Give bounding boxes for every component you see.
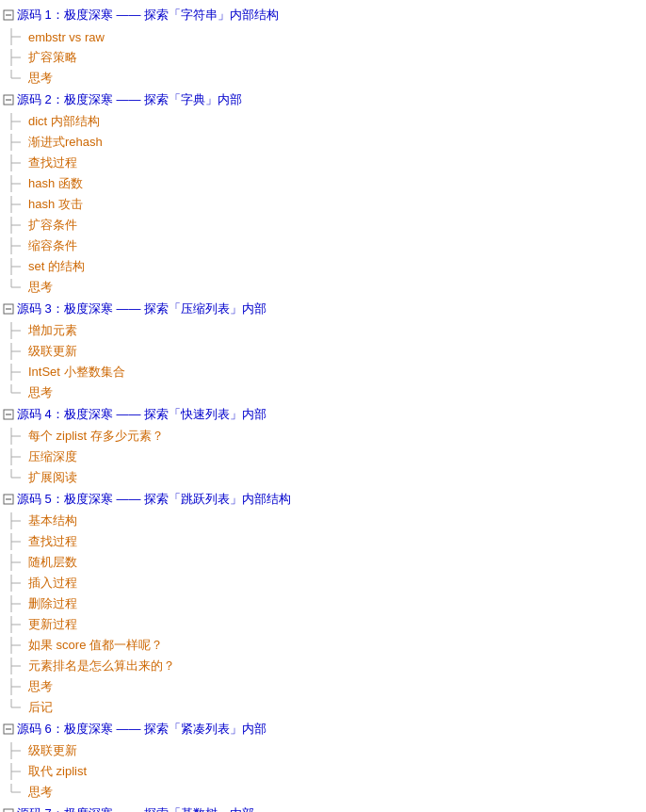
list-item[interactable]: 取代 ziplist xyxy=(0,761,646,782)
tree-indent xyxy=(2,699,26,716)
section-header-7[interactable]: 源码 7：极度深寒 —— 探索「基数树」内部 xyxy=(0,803,646,812)
section-5: 源码 5：极度深寒 —— 探索「跳跃列表」内部结构 基本结构 查找过程 随机层数… xyxy=(0,488,646,718)
tree-item-label: 扩容策略 xyxy=(28,49,77,66)
list-item[interactable]: dict 内部结构 xyxy=(0,111,646,132)
list-item[interactable]: 缩容条件 xyxy=(0,235,646,256)
section-children-1: embstr vs raw 扩容策略 思考 xyxy=(0,26,646,89)
section-title-5: 源码 5：极度深寒 —— 探索「跳跃列表」内部结构 xyxy=(17,491,291,508)
tree-indent xyxy=(2,258,26,275)
list-item[interactable]: 删除过程 xyxy=(0,593,646,614)
tree-item-label: set 的结构 xyxy=(28,258,85,275)
tree-item-label: 级联更新 xyxy=(28,742,77,759)
list-item[interactable]: IntSet 小整数集合 xyxy=(0,362,646,382)
section-children-4: 每个 ziplist 存多少元素？ 压缩深度 扩展阅读 xyxy=(0,426,646,488)
tree-indent xyxy=(2,279,26,296)
section-title-3: 源码 3：极度深寒 —— 探索「压缩列表」内部 xyxy=(17,300,266,317)
tree-item-label: 缩容条件 xyxy=(28,237,77,254)
section-header-2[interactable]: 源码 2：极度深寒 —— 探索「字典」内部 xyxy=(0,89,646,111)
section-2: 源码 2：极度深寒 —— 探索「字典」内部 dict 内部结构 渐进式rehas… xyxy=(0,89,646,298)
list-item[interactable]: 思考 xyxy=(0,782,646,803)
list-item[interactable]: 思考 xyxy=(0,68,646,89)
tree-item-label: 基本结构 xyxy=(28,512,77,529)
list-item[interactable]: 如果 score 值都一样呢？ xyxy=(0,635,646,656)
section-1: 源码 1：极度深寒 —— 探索「字符串」内部结构 embstr vs raw 扩… xyxy=(0,4,646,89)
list-item[interactable]: set 的结构 xyxy=(0,256,646,277)
section-header-5[interactable]: 源码 5：极度深寒 —— 探索「跳跃列表」内部结构 xyxy=(0,488,646,511)
tree-item-label: 插入过程 xyxy=(28,575,77,592)
tree-indent xyxy=(2,428,26,445)
collapse-icon[interactable] xyxy=(2,302,15,316)
tree-item-label: 更新过程 xyxy=(28,616,77,633)
tree-indent xyxy=(2,134,26,151)
section-3: 源码 3：极度深寒 —— 探索「压缩列表」内部 增加元素 级联更新 IntSet… xyxy=(0,298,646,403)
list-item[interactable]: 渐进式rehash xyxy=(0,132,646,153)
list-item[interactable]: 级联更新 xyxy=(0,740,646,761)
list-item[interactable]: 每个 ziplist 存多少元素？ xyxy=(0,426,646,447)
section-6: 源码 6：极度深寒 —— 探索「紧凑列表」内部 级联更新 取代 ziplist … xyxy=(0,718,646,803)
list-item[interactable]: 随机层数 xyxy=(0,552,646,573)
list-item[interactable]: 查找过程 xyxy=(0,153,646,173)
tree-item-label: 取代 ziplist xyxy=(28,763,87,780)
list-item[interactable]: 更新过程 xyxy=(0,614,646,635)
list-item[interactable]: 级联更新 xyxy=(0,341,646,362)
collapse-icon[interactable] xyxy=(2,807,15,812)
list-item[interactable]: 压缩深度 xyxy=(0,447,646,467)
tree-item-label: 思考 xyxy=(28,384,53,401)
tree-item-label: IntSet 小整数集合 xyxy=(28,364,125,381)
list-item[interactable]: 扩容条件 xyxy=(0,215,646,235)
tree-indent xyxy=(2,448,26,465)
section-header-1[interactable]: 源码 1：极度深寒 —— 探索「字符串」内部结构 xyxy=(0,4,646,26)
list-item[interactable]: 思考 xyxy=(0,277,646,298)
list-item[interactable]: 元素排名是怎么算出来的？ xyxy=(0,656,646,676)
tree-indent xyxy=(2,469,26,486)
list-item[interactable]: embstr vs raw xyxy=(0,26,646,47)
list-item[interactable]: 基本结构 xyxy=(0,511,646,531)
section-header-6[interactable]: 源码 6：极度深寒 —— 探索「紧凑列表」内部 xyxy=(0,718,646,740)
list-item[interactable]: 思考 xyxy=(0,676,646,697)
list-item[interactable]: hash 函数 xyxy=(0,173,646,194)
collapse-icon[interactable] xyxy=(2,408,15,421)
tree-indent xyxy=(2,763,26,780)
list-item[interactable]: 查找过程 xyxy=(0,531,646,552)
tree-indent xyxy=(2,49,26,66)
tree-item-label: 删除过程 xyxy=(28,595,77,612)
tree-indent xyxy=(2,196,26,213)
list-item[interactable]: hash 攻击 xyxy=(0,194,646,215)
tree-item-label: 随机层数 xyxy=(28,554,77,571)
section-header-4[interactable]: 源码 4：极度深寒 —— 探索「快速列表」内部 xyxy=(0,403,646,426)
collapse-icon[interactable] xyxy=(2,723,15,736)
tree-indent xyxy=(2,113,26,130)
list-item[interactable]: 扩容策略 xyxy=(0,47,646,68)
tree-item-label: 每个 ziplist 存多少元素？ xyxy=(28,428,164,445)
tree-item-label: 思考 xyxy=(28,279,53,296)
tree-item-label: 后记 xyxy=(28,699,53,716)
tree-item-label: hash 攻击 xyxy=(28,196,83,213)
tree-item-label: 思考 xyxy=(28,678,53,695)
collapse-icon[interactable] xyxy=(2,8,15,22)
tree-item-label: 渐进式rehash xyxy=(28,134,103,151)
section-7: 源码 7：极度深寒 —— 探索「基数树」内部 应用 结构 增删节点 思考 xyxy=(0,803,646,812)
list-item[interactable]: 增加元素 xyxy=(0,320,646,341)
tree-item-label: 如果 score 值都一样呢？ xyxy=(28,637,163,654)
collapse-icon[interactable] xyxy=(2,493,15,506)
tree-item-label: dict 内部结构 xyxy=(28,113,100,130)
section-4: 源码 4：极度深寒 —— 探索「快速列表」内部 每个 ziplist 存多少元素… xyxy=(0,403,646,488)
section-title-2: 源码 2：极度深寒 —— 探索「字典」内部 xyxy=(17,91,242,108)
collapse-icon[interactable] xyxy=(2,93,15,106)
list-item[interactable]: 思考 xyxy=(0,382,646,403)
section-header-3[interactable]: 源码 3：极度深寒 —— 探索「压缩列表」内部 xyxy=(0,298,646,320)
tree-item-label: 级联更新 xyxy=(28,343,77,360)
section-children-5: 基本结构 查找过程 随机层数 插入过程 删除过程 更新过程 如果 score 值… xyxy=(0,511,646,718)
tree-item-label: 元素排名是怎么算出来的？ xyxy=(28,658,175,674)
list-item[interactable]: 后记 xyxy=(0,697,646,718)
section-title-6: 源码 6：极度深寒 —— 探索「紧凑列表」内部 xyxy=(17,721,266,738)
tree-item-label: 扩展阅读 xyxy=(28,469,77,486)
list-item[interactable]: 插入过程 xyxy=(0,573,646,593)
tree-item-label: 思考 xyxy=(28,70,53,87)
section-title-4: 源码 4：极度深寒 —— 探索「快速列表」内部 xyxy=(17,406,266,423)
tree-indent xyxy=(2,343,26,360)
list-item[interactable]: 扩展阅读 xyxy=(0,467,646,488)
tree-indent xyxy=(2,658,26,674)
section-title-7: 源码 7：极度深寒 —— 探索「基数树」内部 xyxy=(17,805,254,812)
tree-indent xyxy=(2,217,26,234)
